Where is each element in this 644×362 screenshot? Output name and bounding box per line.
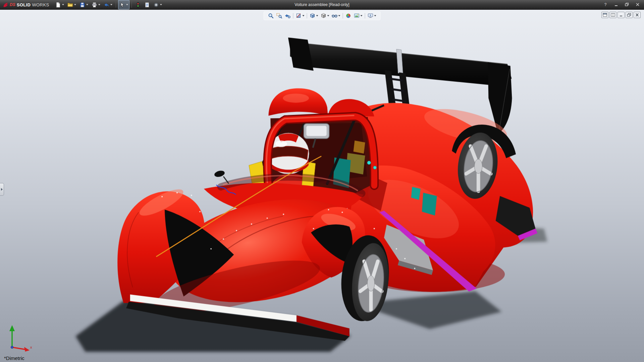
chevron-down-icon: [303, 15, 305, 16]
view-orientation-label: *Dimetric: [4, 355, 24, 361]
close-icon: [636, 3, 640, 6]
brand-prefix: DS: [10, 2, 15, 7]
titlebar: DS SOLID WORKS: [0, 0, 644, 10]
close-button[interactable]: [633, 1, 642, 8]
file-properties-icon: [144, 2, 150, 8]
split-window-button[interactable]: [609, 12, 616, 18]
chevron-down-icon: [98, 4, 100, 5]
save-button[interactable]: [78, 0, 90, 9]
solidworks-window: DS SOLID WORKS: [0, 0, 644, 362]
new-document-button[interactable]: [54, 0, 65, 9]
undo-button[interactable]: [102, 0, 114, 9]
view-orientation-button[interactable]: [310, 13, 318, 19]
help-button[interactable]: ?: [601, 1, 610, 8]
split-window-icon: [611, 13, 615, 17]
chevron-down-icon: [327, 15, 329, 16]
toolbar-separator: [131, 2, 132, 8]
toolbar-separator: [343, 13, 343, 18]
minimize-button[interactable]: [612, 1, 621, 8]
restore-icon: [625, 3, 629, 6]
print-icon: [92, 2, 97, 8]
restore-document-button[interactable]: [626, 12, 633, 18]
brand-works: WORKS: [32, 2, 49, 7]
undo-icon: [104, 2, 109, 8]
chevron-down-icon: [74, 4, 76, 5]
display-style-icon: [321, 13, 327, 19]
print-button[interactable]: [90, 0, 102, 9]
view-settings-button[interactable]: [368, 13, 376, 19]
chevron-down-icon: [86, 4, 88, 5]
reference-triad: x: [5, 323, 36, 354]
minimize-document-icon: [619, 13, 623, 17]
view-settings-icon: [368, 13, 374, 19]
feature-pane-flyout-tab[interactable]: [0, 183, 4, 196]
rebuild-button[interactable]: [134, 0, 142, 9]
chevron-down-icon: [374, 15, 376, 16]
edit-appearance-button[interactable]: [345, 13, 352, 19]
chevron-down-icon: [316, 15, 318, 16]
options-gear-icon: [153, 2, 159, 8]
zoom-to-area-button[interactable]: [276, 13, 282, 19]
brand-solid: SOLID: [17, 2, 31, 7]
apply-scene-button[interactable]: [354, 13, 363, 19]
toolbar-separator: [116, 2, 116, 8]
heads-up-view-toolbar: [264, 11, 381, 20]
select-cursor-icon: [119, 2, 125, 8]
new-document-icon: [55, 2, 61, 8]
graphics-area[interactable]: x *Dimetric: [0, 10, 644, 362]
toolbar-separator: [307, 13, 307, 18]
select-button[interactable]: [118, 0, 129, 9]
scene-icon: [354, 13, 360, 19]
minimize-icon: [614, 3, 618, 6]
chevron-down-icon: [338, 15, 340, 16]
car-model: [0, 10, 644, 362]
open-folder-icon: [67, 2, 73, 8]
chevron-right-icon: [1, 188, 3, 191]
eyeglasses-icon: [332, 13, 338, 19]
file-properties-button[interactable]: [143, 0, 151, 9]
document-window-controls: [601, 12, 641, 18]
toolbar-separator: [365, 13, 365, 18]
standard-toolbar: [54, 0, 163, 9]
open-button[interactable]: [66, 0, 77, 9]
restore-document-icon: [627, 13, 631, 17]
zoom-fit-icon: [268, 13, 274, 19]
solidworks-logo: DS SOLID WORKS: [0, 2, 54, 8]
appearance-ball-icon: [345, 13, 352, 19]
chevron-down-icon: [110, 4, 112, 5]
save-icon: [79, 2, 85, 8]
options-button[interactable]: [152, 0, 163, 9]
zoom-to-fit-button[interactable]: [268, 13, 274, 19]
view-cube-icon: [310, 13, 316, 19]
chevron-down-icon: [62, 4, 64, 5]
chevron-down-icon: [160, 4, 162, 5]
close-document-icon: [635, 13, 639, 17]
triad-x-label: x: [30, 345, 32, 349]
zoom-area-icon: [276, 13, 282, 19]
toolbar-separator: [293, 13, 293, 18]
rebuild-icon: [135, 2, 141, 8]
solidworks-logo-icon: [3, 2, 8, 8]
hide-show-items-button[interactable]: [332, 13, 340, 19]
window-title: Voiture assemblee [Read-only]: [294, 2, 349, 7]
new-window-button[interactable]: [601, 12, 608, 18]
section-view-button[interactable]: [296, 13, 305, 19]
maximize-button[interactable]: [623, 1, 631, 8]
help-icon: ?: [604, 2, 607, 7]
section-view-icon: [296, 13, 302, 19]
previous-view-icon: [285, 13, 291, 19]
minimize-document-button[interactable]: [618, 12, 625, 18]
window-controls: ?: [601, 1, 642, 8]
chevron-down-icon: [361, 15, 363, 16]
new-window-icon: [603, 13, 607, 17]
close-document-button[interactable]: [634, 12, 641, 18]
display-style-button[interactable]: [321, 13, 329, 19]
previous-view-button[interactable]: [285, 13, 291, 19]
chevron-down-icon: [126, 4, 128, 5]
